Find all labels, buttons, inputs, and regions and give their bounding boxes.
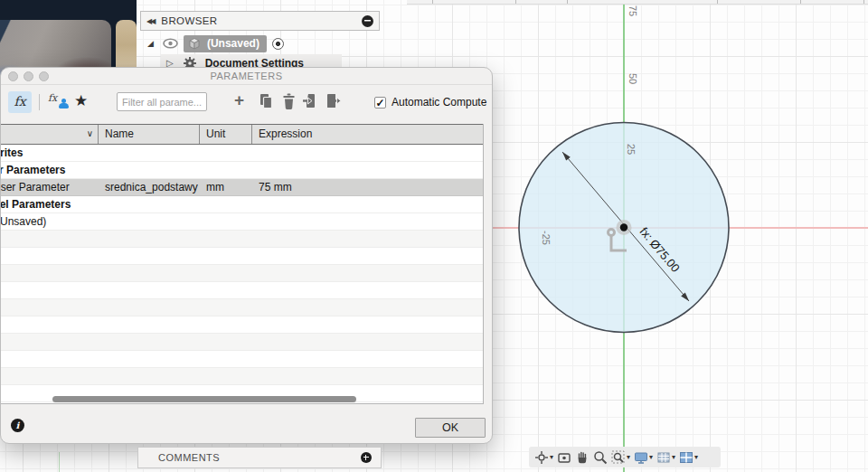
caret-down-icon[interactable]: ▾ — [550, 453, 553, 461]
favorites-star-icon[interactable]: ★ — [74, 91, 88, 110]
table-row-document[interactable]: (Unsaved) — [1, 213, 484, 231]
document-name: (Unsaved) — [207, 37, 259, 50]
browser-document-row[interactable]: ◢ (Unsaved) — [147, 34, 382, 52]
caret-down-icon[interactable]: ▾ — [694, 453, 698, 461]
component-cube-icon — [187, 37, 202, 51]
fx-glyph: fx — [48, 92, 57, 104]
add-parameter-icon[interactable]: + — [234, 90, 244, 110]
empty-table-row — [1, 351, 484, 368]
parameter-name-cell[interactable]: srednica_podstawy — [99, 179, 200, 195]
import-parameters-icon[interactable] — [303, 93, 319, 109]
empty-table-row — [1, 248, 484, 265]
caret-down-icon[interactable]: ▾ — [649, 453, 653, 461]
row-type-label: (Unsaved) — [1, 213, 99, 230]
horizontal-scrollbar[interactable] — [52, 396, 356, 402]
zoom-magnifier-icon — [593, 450, 608, 465]
look-at-button[interactable] — [557, 450, 571, 465]
info-icon[interactable]: i — [11, 419, 24, 432]
add-comment-icon[interactable] — [361, 452, 372, 463]
y-axis-tick-label: 75 — [627, 2, 638, 20]
table-row-user-parameters-group[interactable]: User Parameters — [1, 162, 484, 179]
row-type-label: Favorites — [1, 145, 99, 161]
pan-button[interactable] — [575, 450, 590, 465]
person-icon — [59, 99, 68, 109]
comments-panel-header[interactable]: COMMENTS — [137, 447, 382, 468]
empty-table-row — [1, 265, 484, 282]
grid-icon — [656, 450, 671, 465]
empty-table-row — [1, 231, 484, 248]
expression-column-header[interactable]: Expression — [252, 125, 484, 144]
table-row-favorites-group[interactable]: Favorites — [1, 145, 484, 162]
visibility-eye-icon[interactable] — [163, 38, 178, 49]
caret-down-icon[interactable]: ▾ — [672, 453, 675, 461]
minimize-panel-icon[interactable] — [362, 15, 373, 27]
empty-table-row — [1, 368, 484, 385]
display-settings-button[interactable]: ▾ — [634, 450, 653, 465]
pan-hand-icon — [575, 450, 590, 465]
parameters-table[interactable]: ∨ Name Unit Expression Favorites User Pa… — [1, 124, 484, 404]
viewports-button[interactable]: ▾ — [679, 450, 698, 465]
collapse-panel-icon[interactable]: ◀◀ — [146, 17, 154, 25]
look-at-icon — [557, 450, 571, 465]
y-axis-tick-label: 25 — [626, 140, 637, 158]
empty-table-row — [1, 299, 484, 316]
automatic-compute-checkbox[interactable]: ✓ — [374, 97, 386, 109]
table-header-row[interactable]: ∨ Name Unit Expression — [1, 124, 484, 145]
dialog-titlebar[interactable]: PARAMETERS — [1, 68, 492, 85]
grid-and-snaps-button[interactable]: ▾ — [656, 450, 675, 465]
document-node[interactable]: (Unsaved) — [184, 35, 267, 52]
name-column-header[interactable]: Name — [99, 125, 200, 144]
navigation-toolbar: ▾ — [529, 447, 721, 467]
dialog-title: PARAMETERS — [1, 71, 492, 81]
x-axis-tick-label: -25 — [541, 225, 552, 250]
ok-button[interactable]: OK — [415, 418, 486, 438]
orbit-button[interactable]: ▾ — [534, 450, 553, 465]
empty-table-row — [1, 316, 484, 334]
delete-parameter-icon[interactable] — [281, 93, 297, 109]
browser-panel-header[interactable]: ◀◀ BROWSER — [140, 11, 380, 31]
parameters-dialog: PARAMETERS fx fx ★ + — [0, 67, 493, 444]
toolbar-divider — [39, 94, 40, 110]
row-type-label: User Parameters — [1, 162, 99, 178]
type-column-header[interactable]: ∨ — [1, 125, 99, 144]
table-row-user-parameter[interactable]: User Parameter srednica_podstawy mm 75 m… — [1, 179, 484, 196]
empty-table-row — [1, 282, 484, 299]
parameter-expression-cell[interactable]: 75 mm — [252, 179, 484, 195]
row-type-label: Model Parameters — [1, 196, 99, 212]
copy-parameter-icon[interactable] — [258, 93, 274, 109]
user-parameters-fx-button[interactable]: fx — [8, 91, 32, 113]
fit-view-icon — [611, 450, 626, 465]
unit-column-header[interactable]: Unit — [200, 125, 252, 144]
row-type-label: User Parameter — [1, 179, 99, 195]
caret-down-icon[interactable]: ▾ — [627, 453, 630, 461]
automatic-compute-label: Automatic Compute — [392, 96, 486, 109]
y-axis-tick-label: 50 — [627, 70, 638, 88]
expand-triangle-icon[interactable]: ◢ — [147, 39, 154, 48]
filter-parameters-input[interactable] — [117, 92, 207, 111]
activate-component-icon[interactable] — [272, 38, 284, 50]
table-row-model-parameters-group[interactable]: Model Parameters — [1, 196, 484, 213]
user-parameter-filter-button[interactable]: fx — [48, 92, 73, 112]
column-dropdown-chevron-icon[interactable]: ∨ — [87, 125, 93, 143]
zoom-button[interactable] — [593, 450, 608, 465]
viewports-icon — [679, 450, 693, 465]
circle-center-point[interactable] — [620, 223, 627, 231]
comments-label: COMMENTS — [158, 452, 361, 463]
fit-button[interactable]: ▾ — [611, 450, 630, 465]
toolbar-bottom-strip — [407, 0, 868, 5]
empty-table-row — [1, 334, 484, 351]
parameter-unit-cell[interactable]: mm — [200, 179, 252, 195]
display-settings-icon — [634, 450, 648, 465]
browser-panel-title: BROWSER — [161, 15, 362, 26]
export-parameters-icon[interactable] — [326, 93, 342, 109]
orbit-icon — [534, 450, 549, 465]
